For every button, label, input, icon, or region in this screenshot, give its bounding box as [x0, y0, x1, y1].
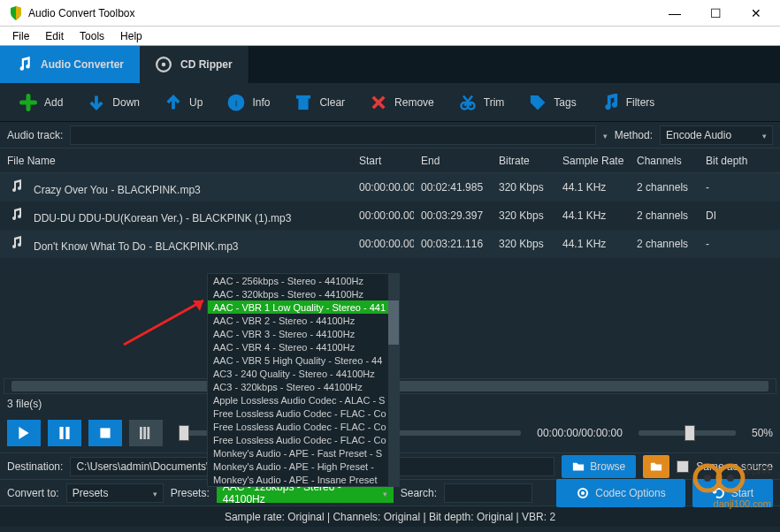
preset-option[interactable]: Free Lossless Audio Codec - FLAC - Co	[208, 420, 399, 433]
pause-button[interactable]	[48, 420, 81, 446]
svg-point-15	[581, 491, 585, 495]
svg-rect-12	[143, 427, 146, 439]
browse-button[interactable]: Browse	[562, 455, 636, 478]
svg-rect-4	[299, 98, 308, 110]
music-note-icon	[16, 57, 32, 72]
table-header: File Name Start End Bitrate Sample Rate …	[0, 148, 780, 173]
chevron-down-icon	[383, 487, 387, 499]
window-title: Audio Convert Toolbox	[28, 7, 654, 19]
menu-edit[interactable]: Edit	[38, 28, 71, 44]
search-input[interactable]	[444, 483, 532, 503]
preset-option[interactable]: Monkey's Audio - APE - Insane Preset	[208, 473, 399, 486]
maximize-button[interactable]: ☐	[695, 0, 736, 27]
search-label: Search:	[401, 487, 437, 499]
svg-rect-5	[297, 95, 310, 98]
preset-option[interactable]: Monkey's Audio - APE - Fast Preset - S	[208, 446, 399, 460]
filters-button[interactable]: Filters	[591, 88, 666, 117]
grid-button[interactable]	[129, 420, 163, 446]
down-icon	[88, 94, 105, 111]
menu-help[interactable]: Help	[113, 28, 149, 44]
stop-button[interactable]	[88, 420, 122, 446]
down-button[interactable]: Down	[77, 88, 150, 117]
table-row[interactable]: Don't Know What To Do - BLACKPINK.mp300:…	[0, 230, 780, 258]
add-icon	[19, 94, 37, 111]
col-channels[interactable]: Channels	[630, 155, 699, 167]
app-logo-icon	[9, 6, 23, 20]
preset-option[interactable]: AAC - 256kbps - Stereo - 44100Hz	[208, 274, 399, 287]
remove-button[interactable]: Remove	[359, 88, 445, 117]
svg-point-1	[162, 63, 166, 67]
preset-option[interactable]: AC3 - 320kbps - Stereo - 44100Hz	[208, 380, 399, 393]
menu-file[interactable]: File	[5, 28, 36, 44]
preset-option[interactable]: AAC - 320kbps - Stereo - 44100Hz	[208, 287, 399, 300]
tab-cd-ripper[interactable]: CD Ripper	[140, 46, 249, 83]
col-filename[interactable]: File Name	[0, 155, 352, 167]
cd-icon	[156, 57, 172, 72]
menu-tools[interactable]: Tools	[73, 28, 111, 44]
preset-option[interactable]: AAC - VBR 4 - Stereo - 44100Hz	[208, 340, 399, 353]
preset-option[interactable]: AAC - VBR 2 - Stereo - 44100Hz	[208, 314, 399, 327]
info-icon: i	[227, 94, 245, 111]
preset-option[interactable]: AAC - VBR 3 - Stereo - 44100Hz	[208, 327, 399, 340]
trim-icon	[459, 94, 477, 111]
svg-point-22	[704, 475, 711, 482]
svg-point-23	[727, 475, 734, 482]
menu-bar: File Edit Tools Help	[0, 27, 780, 46]
music-note-icon	[7, 236, 25, 250]
dropdown-scroll-thumb[interactable]	[388, 300, 399, 345]
tab-label: CD Ripper	[180, 58, 233, 71]
col-end[interactable]: End	[414, 155, 492, 167]
svg-text:i: i	[234, 95, 238, 110]
preset-option[interactable]: Apple Lossless Audio Codec - ALAC - S	[208, 393, 399, 407]
col-start[interactable]: Start	[352, 155, 414, 167]
col-bitdepth[interactable]: Bit depth	[699, 155, 762, 167]
close-button[interactable]: ✕	[736, 0, 776, 27]
up-button[interactable]: Up	[154, 88, 213, 117]
tags-button[interactable]: Tags	[518, 88, 586, 117]
filters-icon	[601, 94, 619, 111]
volume-slider[interactable]	[639, 430, 736, 436]
svg-text:机100网: 机100网	[744, 464, 771, 476]
svg-rect-9	[65, 427, 69, 439]
table-row[interactable]: Crazy Over You - BLACKPINK.mp300:00:00.0…	[0, 173, 780, 201]
method-select[interactable]: Encode Audio	[660, 125, 773, 145]
folder-icon	[650, 460, 662, 473]
preset-dropdown-list[interactable]: AAC - 256kbps - Stereo - 44100HzAAC - 32…	[207, 273, 400, 487]
volume-value: 50%	[752, 427, 773, 439]
codec-options-button[interactable]: Codec Options	[556, 479, 684, 507]
time-display: 00:00:00/00:00:00	[537, 427, 623, 439]
play-button[interactable]	[7, 420, 41, 446]
col-samplerate[interactable]: Sample Rate	[555, 155, 630, 167]
minimize-button[interactable]: —	[654, 0, 695, 27]
same-as-source-checkbox[interactable]	[677, 460, 689, 473]
trim-button[interactable]: Trim	[448, 88, 516, 117]
svg-rect-13	[147, 427, 149, 439]
preset-option[interactable]: AC3 - 240 Quality - Stereo - 44100Hz	[208, 367, 399, 380]
preset-option[interactable]: Free Lossless Audio Codec - FLAC - Co	[208, 407, 399, 420]
preset-option[interactable]: Free Lossless Audio Codec - FLAC - Co	[208, 433, 399, 446]
info-button[interactable]: iInfo	[217, 88, 280, 117]
music-note-icon	[7, 179, 25, 194]
add-button[interactable]: Add	[9, 88, 73, 117]
audio-track-dropdown-icon[interactable]	[603, 129, 608, 141]
tab-audio-converter[interactable]: Audio Converter	[0, 46, 140, 83]
clear-icon	[294, 94, 312, 111]
table-row[interactable]: DDU-DU DDU-DU(Korean Ver.) - BLACKPINK (…	[0, 201, 780, 230]
svg-rect-10	[100, 428, 110, 437]
gear-icon	[576, 486, 590, 500]
convert-to-select[interactable]: Presets	[66, 483, 164, 503]
tags-icon	[529, 94, 547, 111]
preset-option[interactable]: AAC - VBR 5 High Quality - Stereo - 44	[208, 353, 399, 367]
svg-rect-11	[140, 427, 142, 439]
up-icon	[164, 94, 182, 111]
open-folder-button[interactable]	[643, 455, 669, 478]
preset-option[interactable]: Monkey's Audio - APE - High Preset -	[208, 460, 399, 473]
presets-label: Presets:	[171, 487, 210, 499]
status-bar: Sample rate: Original | Channels: Origin…	[0, 505, 780, 527]
folder-search-icon	[572, 460, 585, 473]
method-label: Method:	[615, 129, 653, 141]
audio-track-input[interactable]	[70, 125, 595, 145]
preset-option[interactable]: AAC - VBR 1 Low Quality - Stereo - 441	[208, 300, 399, 314]
col-bitrate[interactable]: Bitrate	[492, 155, 555, 167]
clear-button[interactable]: Clear	[284, 88, 356, 117]
